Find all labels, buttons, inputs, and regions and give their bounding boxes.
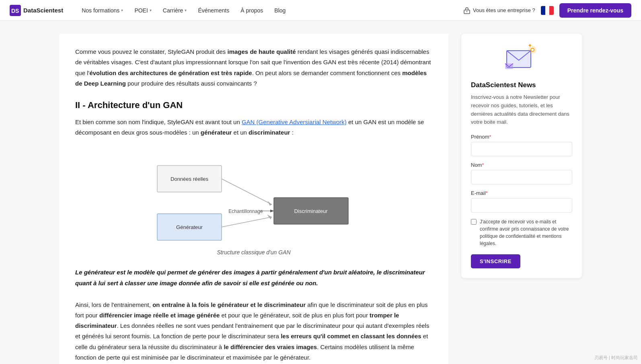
diagram-caption: Structure classique d'un GAN bbox=[217, 249, 290, 256]
newsletter-icon: ✦ bbox=[503, 43, 540, 76]
gan-diagram-svg: Données réelles Générateur Discriminateu… bbox=[149, 149, 358, 246]
newsletter-title: DataScientest News bbox=[471, 81, 572, 89]
consent-label: J'accepte de recevoir vos e-mails et con… bbox=[480, 218, 572, 247]
nav-nos-formations[interactable]: Nos formations ▾ bbox=[76, 0, 129, 21]
consent-checkbox[interactable] bbox=[471, 219, 477, 225]
gan-link[interactable]: GAN (Generative Adversiarial Network) bbox=[242, 119, 347, 125]
subscribe-button[interactable]: S'INSCRIRE bbox=[471, 254, 520, 268]
main-nav: DS DataScientest Nos formations ▾ POEI ▾… bbox=[0, 0, 641, 21]
nav-evenements[interactable]: Événements bbox=[192, 0, 235, 21]
logo[interactable]: DS DataScientest bbox=[10, 5, 63, 16]
nom-label: Nom* bbox=[471, 162, 572, 168]
bottom-paragraph: Ainsi, lors de l'entrainement, on entraî… bbox=[75, 300, 432, 363]
nom-input[interactable] bbox=[471, 170, 572, 184]
enterprise-link[interactable]: Vous êtes une entreprise ? bbox=[463, 7, 535, 14]
chevron-down-icon: ▾ bbox=[185, 8, 187, 12]
svg-text:✦: ✦ bbox=[528, 43, 532, 49]
newsletter-icon-wrapper: ✦ bbox=[471, 43, 572, 76]
quote-text: Le générateur est le modèle qui permet d… bbox=[75, 267, 432, 288]
nav-poei[interactable]: POEI ▾ bbox=[129, 0, 157, 21]
logo-text: DataScientest bbox=[23, 7, 63, 14]
main-content: Comme vous pouvez le constater, StyleGAN… bbox=[59, 34, 448, 364]
svg-point-3 bbox=[466, 11, 467, 12]
body-paragraph-1: Et bien comme son nom l'indique, StyleGA… bbox=[75, 117, 432, 138]
enterprise-icon bbox=[463, 7, 470, 14]
chevron-down-icon: ▾ bbox=[121, 8, 123, 12]
svg-rect-6 bbox=[549, 6, 554, 15]
svg-text:Discriminateur: Discriminateur bbox=[294, 208, 328, 214]
svg-marker-16 bbox=[267, 215, 272, 219]
svg-text:Générateur: Générateur bbox=[176, 224, 203, 230]
gan-diagram: Données réelles Générateur Discriminateu… bbox=[75, 149, 432, 256]
language-flag[interactable] bbox=[541, 6, 554, 15]
page-layout: Comme vous pouvez le constater, StyleGAN… bbox=[51, 21, 590, 364]
diagram-svg-wrapper: Données réelles Générateur Discriminateu… bbox=[149, 149, 358, 246]
svg-line-13 bbox=[222, 179, 272, 204]
nav-blog[interactable]: Blog bbox=[269, 0, 291, 21]
quote-block: Le générateur est le modèle qui permet d… bbox=[75, 265, 432, 290]
svg-marker-14 bbox=[267, 201, 272, 206]
prenom-input[interactable] bbox=[471, 142, 572, 156]
nav-carriere[interactable]: Carrière ▾ bbox=[157, 0, 193, 21]
email-input[interactable] bbox=[471, 198, 572, 213]
svg-line-15 bbox=[222, 217, 272, 227]
svg-text:DS: DS bbox=[11, 8, 19, 14]
svg-rect-4 bbox=[541, 6, 545, 15]
svg-point-23 bbox=[531, 49, 534, 51]
prendre-rdv-button[interactable]: Prendre rendez-vous bbox=[559, 3, 631, 18]
newsletter-card: ✦ DataScientest News Inscrivez-vous à no… bbox=[461, 34, 582, 278]
nav-links: Nos formations ▾ POEI ▾ Carrière ▾ Événe… bbox=[76, 0, 463, 21]
section-title: II - Architecture d'un GAN bbox=[75, 100, 432, 110]
watermark: 刃易号 | 时尚玩家岳司 bbox=[594, 355, 638, 361]
intro-paragraph: Comme vous pouvez le constater, StyleGAN… bbox=[75, 47, 432, 89]
prenom-label: Prénom* bbox=[471, 134, 572, 140]
sidebar: ✦ DataScientest News Inscrivez-vous à no… bbox=[461, 34, 582, 278]
email-label: E-mail* bbox=[471, 190, 572, 196]
nav-a-propos[interactable]: À propos bbox=[235, 0, 269, 21]
newsletter-desc: Inscrivez-vous à notre Newsletter pour r… bbox=[471, 93, 572, 127]
nav-right: Vous êtes une entreprise ? Prendre rende… bbox=[463, 3, 631, 18]
svg-rect-5 bbox=[545, 6, 549, 15]
svg-text:Données réelles: Données réelles bbox=[171, 176, 208, 182]
consent-row: J'accepte de recevoir vos e-mails et con… bbox=[471, 218, 572, 247]
svg-text:Echantillonnage: Echantillonnage bbox=[228, 209, 263, 214]
chevron-down-icon: ▾ bbox=[150, 8, 152, 12]
logo-icon: DS bbox=[10, 5, 21, 16]
